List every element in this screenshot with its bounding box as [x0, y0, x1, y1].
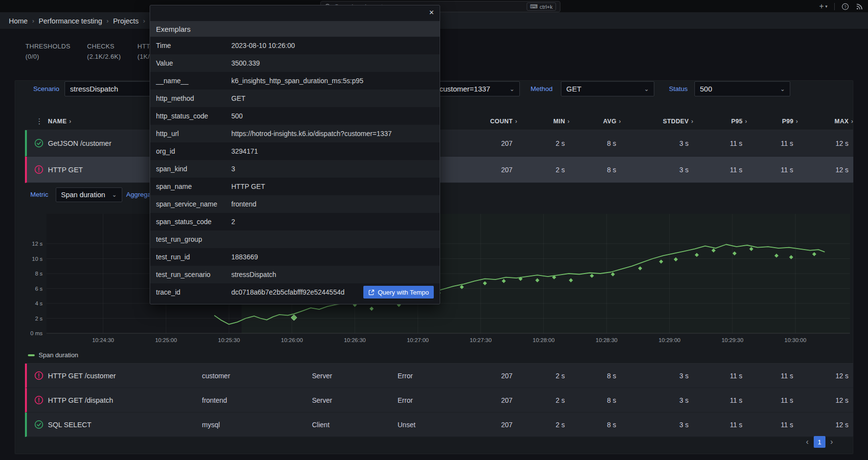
- metric-select[interactable]: Span duration ⌄: [56, 187, 122, 202]
- popup-row: __name__k6_insights_http_span_duration_m…: [150, 72, 440, 90]
- metric-value: 3 s: [616, 372, 689, 380]
- popup-row-value: frontend: [231, 200, 434, 208]
- popup-row-value: 3500.339: [231, 59, 434, 67]
- popup-row-key: span_status_code: [156, 218, 231, 226]
- popup-row-value: 3294171: [231, 147, 434, 155]
- chart-legend[interactable]: Span duration: [28, 351, 78, 359]
- row-name: SQL SELECT: [48, 421, 200, 429]
- metric-value: 12 s: [793, 166, 848, 174]
- popup-row: trace_iddc0718a6b7e2b5cfabfff92e5244554d…: [150, 283, 440, 301]
- popup-row-value: GET: [231, 94, 434, 102]
- column-header-p99[interactable]: P99›: [747, 118, 798, 125]
- popup-row-key: test_run_scenario: [156, 271, 231, 278]
- close-icon[interactable]: ✕: [429, 9, 434, 16]
- x-axis-tick-label: 10:26:00: [281, 337, 303, 343]
- popup-row-key: span_service_name: [156, 200, 231, 208]
- popup-row-value: 3: [231, 165, 434, 173]
- column-header-max[interactable]: MAX›: [798, 118, 853, 125]
- status-select[interactable]: 500 ⌄: [694, 81, 790, 96]
- popup-row-value: 2023-08-10 10:26:00: [231, 42, 434, 49]
- column-header-avg[interactable]: AVG›: [570, 118, 621, 125]
- metric-value: 11 s: [742, 139, 793, 147]
- metric-value: 3 s: [616, 396, 689, 404]
- x-axis-tick-label: 10:30:00: [784, 337, 806, 343]
- status-filter: Status 500 ⌄: [669, 81, 790, 96]
- metric-value: 8 s: [565, 139, 616, 147]
- metric-value: 2 s: [512, 139, 565, 147]
- y-axis-tick-label: 0 ms: [30, 330, 43, 336]
- popup-row-key: Value: [156, 59, 231, 67]
- breadcrumb-projects[interactable]: Projects: [113, 17, 138, 25]
- column-header-min[interactable]: MIN›: [517, 118, 570, 125]
- column-header-name[interactable]: NAME›: [48, 118, 71, 125]
- help-button[interactable]: ?: [842, 3, 849, 10]
- page-next-button[interactable]: ›: [830, 436, 833, 448]
- breadcrumb-home[interactable]: Home: [9, 17, 28, 25]
- method-label: Method: [531, 85, 553, 92]
- x-axis-tick-label: 10:24:30: [92, 337, 114, 343]
- add-button[interactable]: +▾: [819, 2, 827, 11]
- check-circle-icon: [34, 420, 44, 430]
- popup-row: http_status_code500: [150, 107, 440, 125]
- popup-row: span_service_namefrontend: [150, 195, 440, 213]
- chevron-down-icon: ⌄: [780, 86, 785, 92]
- metric-value: 11 s: [689, 372, 742, 380]
- column-header-stddev[interactable]: STDDEV›: [621, 118, 693, 125]
- popup-row-value: 1883669: [231, 253, 434, 261]
- y-axis-tick-label: 8 s: [35, 271, 43, 276]
- popup-row-key: __name__: [156, 77, 231, 85]
- table-row[interactable]: HTTP GET /dispatchfrontendServerError207…: [25, 388, 853, 413]
- popup-title: Exemplars: [150, 21, 440, 37]
- metric-value: 12 s: [793, 421, 848, 429]
- kebab-menu-icon[interactable]: ⋮: [36, 117, 44, 126]
- metric-value: 207: [454, 139, 512, 147]
- metric-value: 207: [454, 166, 512, 174]
- table-row[interactable]: HTTP GET /customercustomerServerError207…: [25, 364, 853, 388]
- row-name: HTTP GET /dispatch: [48, 396, 200, 404]
- popup-row: Time2023-08-10 10:26:00: [150, 37, 440, 54]
- shortcut-badge: ⌨ctrl+k: [527, 2, 556, 11]
- popup-row-value: 500: [231, 112, 434, 120]
- column-header-p95[interactable]: P95›: [693, 118, 747, 125]
- metric-value: 12 s: [793, 396, 848, 404]
- query-with-tempo-button[interactable]: Query with Tempo: [363, 286, 434, 299]
- metric-value: 2 s: [512, 372, 565, 380]
- chevron-down-icon: ⌄: [644, 86, 649, 92]
- tab-thresholds[interactable]: THRESHOLDS(0/0): [25, 41, 70, 62]
- metric-value: 8 s: [565, 372, 616, 380]
- page-prev-button[interactable]: ‹: [806, 436, 809, 448]
- row-kind: Client: [310, 421, 396, 429]
- news-button[interactable]: [856, 3, 863, 10]
- chevron-down-icon: ▾: [825, 4, 827, 9]
- sort-icon: ›: [851, 118, 853, 125]
- chevron-right-icon: ›: [143, 17, 145, 24]
- popup-row-key: http_status_code: [156, 112, 231, 120]
- popup-row-key: span_kind: [156, 165, 231, 173]
- metric-value: 11 s: [689, 166, 742, 174]
- x-axis-tick-label: 10:25:00: [155, 337, 177, 343]
- popup-row: http_urlhttps://hotrod-insights.k6.io/di…: [150, 125, 440, 142]
- metric-value: 2 s: [512, 166, 565, 174]
- y-axis-tick-label: 10 s: [32, 256, 43, 262]
- metric-value: 12 s: [793, 372, 848, 380]
- table-row[interactable]: SQL SELECTmysqlClientUnset2072 s8 s3 s11…: [25, 413, 853, 437]
- k6-performance-app: Search or jump to... ⌨ctrl+k +▾ ? Home ›…: [0, 0, 868, 460]
- popup-row-key: org_id: [156, 147, 231, 155]
- legend-label: Span duration: [39, 351, 78, 359]
- row-span-status: Error: [396, 396, 454, 404]
- metric-value: 2 s: [512, 396, 565, 404]
- exclamation-circle-icon: [34, 395, 44, 405]
- page-1-button[interactable]: 1: [814, 436, 825, 448]
- breadcrumb-performance-testing[interactable]: Performance testing: [39, 17, 102, 25]
- popup-rows: Time2023-08-10 10:26:00Value3500.339__na…: [150, 37, 440, 301]
- popup-row-value: 2: [231, 218, 434, 226]
- scenario-filter: Scenario stressDispatch ⌄: [33, 81, 162, 96]
- method-select[interactable]: GET ⌄: [561, 81, 654, 96]
- metric-value: 12 s: [793, 139, 848, 147]
- nav-divider: [834, 3, 835, 10]
- tab-checks[interactable]: CHECKS(2.1K/2.6K): [87, 41, 121, 62]
- popup-row: test_run_scenariostressDispatch: [150, 266, 440, 283]
- column-header-count[interactable]: COUNT›: [459, 118, 517, 125]
- popup-row: span_status_code2: [150, 213, 440, 230]
- scenario-select[interactable]: stressDispatch ⌄: [65, 81, 162, 96]
